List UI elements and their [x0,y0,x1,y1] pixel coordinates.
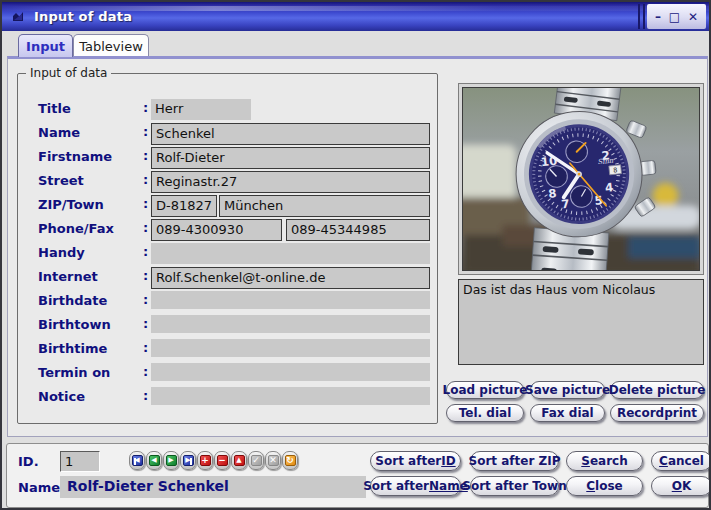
zip-field[interactable]: D-81827 [151,195,217,217]
form-row-internet: Internet : Rolf.Schenkel@t-online.de [33,267,430,289]
sort-after-id-button[interactable]: Sort after ID [370,451,461,471]
notice-field[interactable] [151,387,430,405]
svg-text:7: 7 [561,197,571,212]
fax-field[interactable]: 089-45344985 [286,219,430,241]
input-tab-page: Input of data Title : Herr Name : Schenk… [7,56,708,437]
form-row-birthtown: Birthtown : [33,315,430,337]
add-record-button[interactable]: + [197,451,213,470]
load-picture-button[interactable]: Load picture [446,381,524,399]
prev-record-icon: ◀ [149,455,160,466]
app-icon [11,9,26,24]
form-row-termin-on: Termin on : [33,363,430,385]
groupbox-caption: Input of data [26,66,111,80]
last-record-button[interactable]: ▶ [180,451,196,470]
street-label: Street [38,173,84,188]
colon: : [143,340,148,355]
colon: : [143,292,148,307]
town-field[interactable]: München [219,195,430,217]
sort-after-town-button[interactable]: Sort after Town [470,476,559,496]
watch-photo: 10 2 8 7 5 4 8 [462,87,700,271]
phone-fax-label: Phone/Fax [38,221,114,236]
next-record-button[interactable]: ▶ [163,451,179,470]
refresh-record-button[interactable]: ↻ [282,451,298,470]
handy-field[interactable] [151,243,430,264]
svg-text:Sinn: Sinn [597,157,614,167]
id-field[interactable]: 1 [60,451,100,472]
handy-label: Handy [38,245,85,260]
firstname-label: Firstname [38,149,112,164]
current-record-name: Rolf-Dieter Schenkel [60,476,366,498]
phone-field[interactable]: 089-4300930 [151,219,282,241]
form-row-birthtime: Birthtime : [33,339,430,361]
first-record-button[interactable]: ◀ [129,451,145,470]
picture-notice-memo[interactable]: Das ist das Haus vom Nicolaus [458,279,704,365]
internet-field[interactable]: Rolf.Schenkel@t-online.de [151,267,430,289]
svg-text:8: 8 [613,166,618,174]
post-record-button[interactable]: ✓ [248,451,264,470]
tab-bar: Input Tableview [2,34,709,56]
birthdate-label: Birthdate [38,293,107,308]
record-navigator: ◀ ◀ ▶ ▶ + − ▲ ✓ ✕ ↻ [129,451,298,470]
titlebar-separator [638,4,645,29]
form-row-phone-fax: Phone/Fax : 089-4300930 089-45344985 [33,219,430,241]
form-row-handy: Handy : [33,243,430,265]
firstname-field[interactable]: Rolf-Dieter [151,147,430,169]
street-field[interactable]: Reginastr.27 [151,171,430,193]
termin-on-label: Termin on [38,365,110,380]
maximize-button[interactable]: □ [669,11,680,23]
notice-label: Notice [38,389,85,404]
tel-dial-button[interactable]: Tel. dial [446,404,524,422]
birthtown-field[interactable] [151,315,430,333]
minimize-button[interactable]: – [655,11,661,23]
tab-input[interactable]: Input [18,34,73,57]
cancel-button[interactable]: Cancel [651,451,711,471]
delete-record-button[interactable]: − [214,451,230,470]
edit-record-icon: ▲ [234,455,245,466]
colon: : [143,316,148,331]
termin-on-field[interactable] [151,363,430,381]
form-row-birthdate: Birthdate : [33,291,430,313]
last-record-icon: ▶ [183,455,194,466]
tab-tableview[interactable]: Tableview [73,34,149,57]
internet-label: Internet [38,269,98,284]
prev-record-button[interactable]: ◀ [146,451,162,470]
colon: : [143,100,148,115]
window-title: Input of data [34,9,132,24]
picture-box: 10 2 8 7 5 4 8 [458,83,704,275]
birthtime-field[interactable] [151,339,430,357]
colon: : [143,388,148,403]
edit-record-button[interactable]: ▲ [231,451,247,470]
recordprint-button[interactable]: Recordprint [610,404,704,422]
id-label: ID. [18,454,39,469]
sort-after-name-button[interactable]: Sort after Name [370,476,461,496]
form-row-notice: Notice : [33,387,430,409]
form-row-name: Name : Schenkel [33,123,430,145]
svg-text:8: 8 [548,186,558,201]
input-of-data-window: Input of data – □ ✕ Input Tableview Inpu… [0,0,711,510]
bottom-panel: ID. 1 ◀ ◀ ▶ ▶ + − ▲ ✓ ✕ ↻ Sort after ID … [6,443,709,508]
birthdate-field[interactable] [151,291,430,309]
first-record-icon: ◀ [132,455,143,466]
delete-picture-button[interactable]: Delete picture [610,381,704,399]
fax-dial-button[interactable]: Fax dial [530,404,605,422]
title-field[interactable]: Herr [151,99,251,120]
delete-record-icon: − [217,455,228,466]
colon: : [143,364,148,379]
close-button[interactable]: ✕ [688,11,698,23]
colon: : [143,196,148,211]
form-row-firstname: Firstname : Rolf-Dieter [33,147,430,169]
save-picture-button[interactable]: Save picture [530,381,605,399]
search-button[interactable]: Search [566,451,643,471]
titlebar: Input of data – □ ✕ [2,2,709,31]
form-row-title: Title : Herr [33,99,430,121]
cancel-record-button[interactable]: ✕ [265,451,281,470]
colon: : [143,148,148,163]
zip-town-label: ZIP/Town [38,197,104,212]
name-label: Name [38,125,80,140]
sort-after-zip-button[interactable]: Sort after ZIP [470,451,559,471]
name-field[interactable]: Schenkel [151,123,430,145]
close-button[interactable]: Close [566,476,643,496]
refresh-icon: ↻ [285,455,296,466]
ok-button[interactable]: OK [651,476,711,496]
form-row-street: Street : Reginastr.27 [33,171,430,193]
